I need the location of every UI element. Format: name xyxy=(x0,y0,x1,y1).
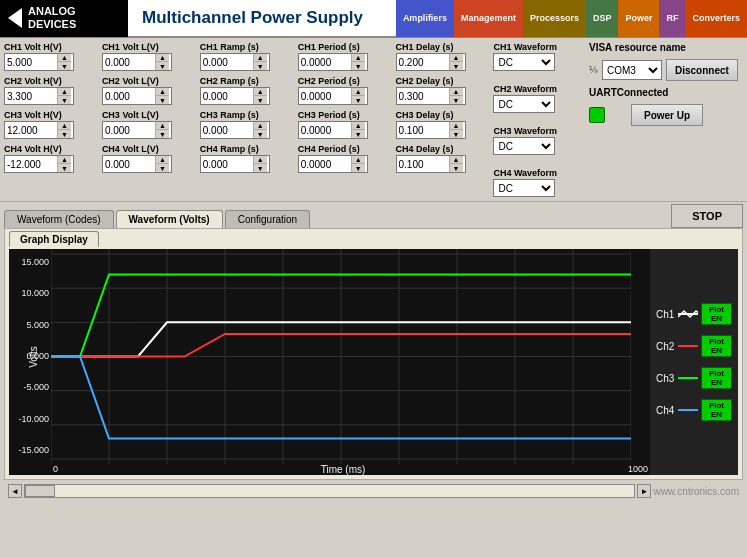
ch4-waveform-select[interactable]: DC xyxy=(493,179,555,197)
ch1-volt-l-up[interactable]: ▲ xyxy=(156,54,169,62)
ch4-plot-en-button[interactable]: Plot EN xyxy=(701,399,732,421)
ch3-ramp-spinbox[interactable]: ▲ ▼ xyxy=(200,121,270,139)
ch3-volt-l-down[interactable]: ▼ xyxy=(156,130,169,138)
scroll-thumb[interactable] xyxy=(25,485,55,497)
ch2-volt-h-spinbox[interactable]: ▲ ▼ xyxy=(4,87,74,105)
ch2-delay-input[interactable] xyxy=(397,88,449,104)
nav-tab-management[interactable]: Management xyxy=(454,0,523,37)
ch3-delay-up[interactable]: ▲ xyxy=(450,122,463,130)
ch1-period-up[interactable]: ▲ xyxy=(352,54,365,62)
ch3-period-down[interactable]: ▼ xyxy=(352,130,365,138)
ch4-delay-spinbox[interactable]: ▲ ▼ xyxy=(396,155,466,173)
ch1-volt-h-spinbox[interactable]: ▲ ▼ xyxy=(4,53,74,71)
ch3-volt-h-input[interactable] xyxy=(5,122,57,138)
ch1-waveform-select[interactable]: DC xyxy=(493,53,555,71)
nav-tab-dsp[interactable]: DSP xyxy=(586,0,619,37)
graph-tab[interactable]: Graph Display xyxy=(9,231,99,247)
tab-configuration[interactable]: Configuration xyxy=(225,210,310,228)
ch4-delay-input[interactable] xyxy=(397,156,449,172)
ch2-delay-spinbox[interactable]: ▲ ▼ xyxy=(396,87,466,105)
ch3-volt-l-input[interactable] xyxy=(103,122,155,138)
ch3-delay-down[interactable]: ▼ xyxy=(450,130,463,138)
ch4-volt-l-up[interactable]: ▲ xyxy=(156,156,169,164)
ch1-volt-l-down[interactable]: ▼ xyxy=(156,62,169,70)
ch1-volt-h-up[interactable]: ▲ xyxy=(58,54,71,62)
ch3-volt-h-spinbox[interactable]: ▲ ▼ xyxy=(4,121,74,139)
ch2-ramp-spinbox[interactable]: ▲ ▼ xyxy=(200,87,270,105)
ch4-volt-l-spinbox[interactable]: ▲ ▼ xyxy=(102,155,172,173)
ch3-ramp-up[interactable]: ▲ xyxy=(254,122,267,130)
ch1-plot-en-button[interactable]: Plot EN xyxy=(701,303,732,325)
ch2-period-input[interactable] xyxy=(299,88,351,104)
visa-port-select[interactable]: COM3 xyxy=(602,60,662,80)
ch4-period-input[interactable] xyxy=(299,156,351,172)
ch1-ramp-input[interactable] xyxy=(201,54,253,70)
ch4-volt-h-up[interactable]: ▲ xyxy=(58,156,71,164)
ch1-ramp-down[interactable]: ▼ xyxy=(254,62,267,70)
ch3-volt-l-spinbox[interactable]: ▲ ▼ xyxy=(102,121,172,139)
ch2-period-up[interactable]: ▲ xyxy=(352,88,365,96)
nav-tab-converters[interactable]: Converters xyxy=(685,0,747,37)
ch2-waveform-select[interactable]: DC xyxy=(493,95,555,113)
ch4-ramp-spinbox[interactable]: ▲ ▼ xyxy=(200,155,270,173)
ch3-plot-en-button[interactable]: Plot EN xyxy=(701,367,732,389)
ch2-volt-l-spinbox[interactable]: ▲ ▼ xyxy=(102,87,172,105)
ch2-ramp-up[interactable]: ▲ xyxy=(254,88,267,96)
ch1-delay-down[interactable]: ▼ xyxy=(450,62,463,70)
ch1-volt-l-input[interactable] xyxy=(103,54,155,70)
ch1-volt-h-input[interactable] xyxy=(5,54,57,70)
ch4-volt-l-input[interactable] xyxy=(103,156,155,172)
ch1-period-input[interactable] xyxy=(299,54,351,70)
scroll-right-btn[interactable]: ► xyxy=(637,484,651,498)
ch2-volt-h-down[interactable]: ▼ xyxy=(58,96,71,104)
ch3-period-spinbox[interactable]: ▲ ▼ xyxy=(298,121,368,139)
ch3-ramp-input[interactable] xyxy=(201,122,253,138)
ch1-volt-l-spinbox[interactable]: ▲ ▼ xyxy=(102,53,172,71)
ch2-volt-l-input[interactable] xyxy=(103,88,155,104)
ch4-period-spinbox[interactable]: ▲ ▼ xyxy=(298,155,368,173)
ch2-delay-down[interactable]: ▼ xyxy=(450,96,463,104)
nav-tab-rf[interactable]: RF xyxy=(659,0,685,37)
nav-tab-amplifiers[interactable]: Amplifiers xyxy=(396,0,454,37)
tab-waveform-volts[interactable]: Waveform (Volts) xyxy=(116,210,223,228)
ch4-volt-l-down[interactable]: ▼ xyxy=(156,164,169,172)
ch3-waveform-select[interactable]: DC xyxy=(493,137,555,155)
disconnect-button[interactable]: Disconnect xyxy=(666,59,738,81)
ch3-volt-h-down[interactable]: ▼ xyxy=(58,130,71,138)
power-up-button[interactable]: Power Up xyxy=(631,104,703,126)
ch2-volt-h-input[interactable] xyxy=(5,88,57,104)
stop-button[interactable]: STOP xyxy=(671,204,743,228)
ch4-ramp-down[interactable]: ▼ xyxy=(254,164,267,172)
ch3-period-up[interactable]: ▲ xyxy=(352,122,365,130)
ch2-volt-l-up[interactable]: ▲ xyxy=(156,88,169,96)
nav-tab-power[interactable]: Power xyxy=(618,0,659,37)
ch4-ramp-up[interactable]: ▲ xyxy=(254,156,267,164)
ch4-delay-up[interactable]: ▲ xyxy=(450,156,463,164)
ch2-period-down[interactable]: ▼ xyxy=(352,96,365,104)
tab-waveform-codes[interactable]: Waveform (Codes) xyxy=(4,210,114,228)
ch2-delay-up[interactable]: ▲ xyxy=(450,88,463,96)
ch2-volt-h-up[interactable]: ▲ xyxy=(58,88,71,96)
ch4-ramp-input[interactable] xyxy=(201,156,253,172)
ch3-delay-spinbox[interactable]: ▲ ▼ xyxy=(396,121,466,139)
ch4-volt-h-spinbox[interactable]: ▲ ▼ xyxy=(4,155,74,173)
ch3-volt-l-up[interactable]: ▲ xyxy=(156,122,169,130)
ch1-period-spinbox[interactable]: ▲ ▼ xyxy=(298,53,368,71)
ch4-volt-h-input[interactable] xyxy=(5,156,57,172)
ch4-volt-h-down[interactable]: ▼ xyxy=(58,164,71,172)
scroll-left-btn[interactable]: ◄ xyxy=(8,484,22,498)
ch4-period-up[interactable]: ▲ xyxy=(352,156,365,164)
ch1-delay-up[interactable]: ▲ xyxy=(450,54,463,62)
ch1-period-down[interactable]: ▼ xyxy=(352,62,365,70)
ch4-period-down[interactable]: ▼ xyxy=(352,164,365,172)
ch1-delay-spinbox[interactable]: ▲ ▼ xyxy=(396,53,466,71)
ch2-ramp-input[interactable] xyxy=(201,88,253,104)
ch1-ramp-up[interactable]: ▲ xyxy=(254,54,267,62)
ch3-volt-h-up[interactable]: ▲ xyxy=(58,122,71,130)
ch4-delay-down[interactable]: ▼ xyxy=(450,164,463,172)
ch2-volt-l-down[interactable]: ▼ xyxy=(156,96,169,104)
scroll-track[interactable] xyxy=(24,484,635,498)
ch1-volt-h-down[interactable]: ▼ xyxy=(58,62,71,70)
ch2-ramp-down[interactable]: ▼ xyxy=(254,96,267,104)
ch1-ramp-spinbox[interactable]: ▲ ▼ xyxy=(200,53,270,71)
